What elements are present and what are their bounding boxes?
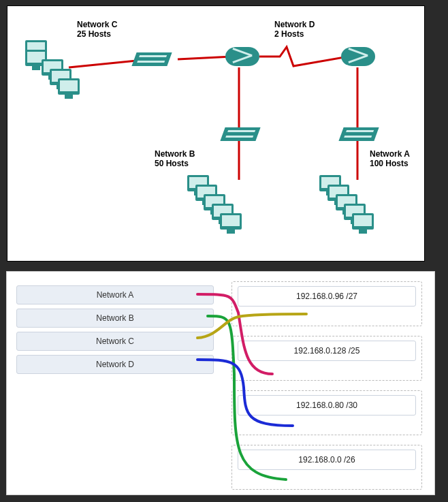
subnet-option[interactable]: 192.168.0.0 /26	[238, 450, 416, 470]
source-network-a[interactable]: Network A	[16, 285, 214, 304]
network-b-label: Network B 50 Hosts	[155, 149, 195, 169]
network-a-label: Network A 100 Hosts	[370, 149, 410, 169]
target-slot-4[interactable]: 192.168.0.0 /26	[231, 445, 422, 490]
subnet-option[interactable]: 192.168.0.128 /25	[238, 341, 416, 361]
target-slot-1[interactable]: 192.168.0.96 /27	[231, 281, 422, 326]
router-icon	[341, 47, 375, 66]
target-slot-3[interactable]: 192.168.0.80 /30	[231, 390, 422, 435]
source-network-d[interactable]: Network D	[16, 355, 214, 374]
switch-icon	[131, 52, 172, 66]
network-a-hosts: 100 Hosts	[370, 159, 410, 168]
network-b-hosts: 50 Hosts	[155, 159, 195, 168]
network-b-title: Network B	[155, 149, 195, 159]
topology-panel: Network C 25 Hosts Network D 2 Hosts Net…	[7, 5, 425, 262]
matching-source-list: Network A Network B Network C Network D	[16, 285, 214, 378]
network-c-label: Network C 25 Hosts	[77, 20, 117, 40]
network-d-title: Network D	[274, 20, 315, 29]
subnet-option[interactable]: 192.168.0.80 /30	[238, 395, 416, 415]
svg-line-1	[178, 57, 232, 59]
pc-group-c	[25, 40, 80, 101]
network-a-title: Network A	[370, 149, 410, 159]
switch-icon	[220, 127, 260, 141]
network-d-label: Network D 2 Hosts	[274, 20, 315, 40]
pc-group-b	[187, 175, 242, 236]
target-slot-2[interactable]: 192.168.0.128 /25	[231, 336, 422, 381]
source-network-b[interactable]: Network B	[16, 309, 214, 328]
network-c-title: Network C	[77, 20, 117, 29]
pc-group-a	[319, 175, 374, 236]
switch-icon	[338, 127, 379, 141]
matching-panel: Network A Network B Network C Network D …	[6, 271, 435, 495]
matching-target-list: 192.168.0.96 /27 192.168.0.128 /25 192.1…	[231, 281, 422, 499]
source-network-c[interactable]: Network C	[16, 332, 214, 351]
network-c-hosts: 25 Hosts	[77, 29, 117, 39]
router-icon	[225, 47, 259, 66]
subnet-option[interactable]: 192.168.0.96 /27	[238, 286, 416, 307]
network-d-hosts: 2 Hosts	[274, 29, 315, 39]
